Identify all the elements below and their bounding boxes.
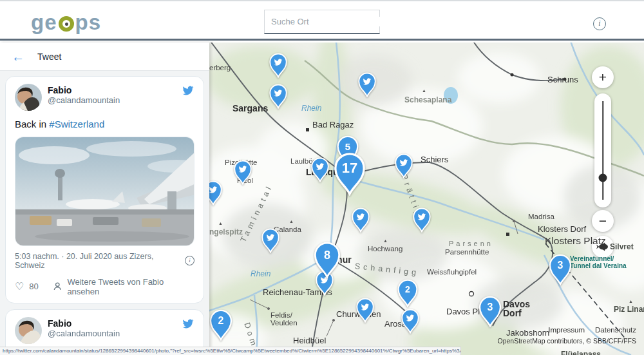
zoom-slider[interactable] [594, 93, 611, 207]
more-tweets-link[interactable]: Weitere Tweets von Fabio ansehen [67, 277, 194, 296]
impressum-link[interactable]: Impressum [548, 326, 585, 334]
logo-text-right: ps [75, 10, 102, 35]
cluster-count: 3 [548, 258, 573, 274]
cluster-count: 2 [397, 282, 419, 296]
back-arrow-icon[interactable]: ← [12, 50, 24, 63]
twitter-icon[interactable] [182, 85, 194, 96]
tweet-pin-marker[interactable] [401, 309, 420, 334]
like-icon[interactable]: ♡ [15, 280, 24, 293]
tweet-pin-marker[interactable] [355, 298, 375, 323]
osm-attribution: OpenStreetMap contributors, © SBB/CFF/FF… [498, 337, 636, 345]
logo-text-left: ge [31, 10, 57, 35]
tweet-text: Back in #Switzerland [15, 118, 194, 131]
geops-logo[interactable]: geps [31, 10, 101, 35]
info-icon[interactable]: i [593, 17, 606, 30]
cluster-marker[interactable]: 2 [209, 309, 233, 341]
cluster-marker[interactable]: 3 [548, 254, 573, 285]
twitter-icon[interactable] [182, 318, 194, 329]
cluster-marker[interactable]: 3 [478, 296, 502, 327]
tweet-handle[interactable]: @calandamountain [48, 329, 176, 338]
tweet-info-icon[interactable]: i [185, 256, 194, 265]
tweet-pin-marker[interactable] [233, 160, 252, 185]
tweet-list: Fabio @calandamountain Back in #Switzerl… [0, 71, 209, 355]
tweet-pin-marker[interactable] [209, 180, 223, 206]
link-status-bar: https://twitter.com/calandamountain/stat… [0, 347, 461, 355]
cluster-marker[interactable]: 8 [313, 242, 341, 278]
tweet-pin-marker[interactable] [269, 53, 288, 78]
map-footer-links: Impressum Datenschutz [548, 326, 636, 334]
cluster-marker[interactable]: 2 [397, 279, 419, 307]
tweet-card[interactable]: Fabio @calandamountain Back in #Switzerl… [5, 76, 204, 303]
fish-icon [596, 242, 609, 251]
panel-title: Tweet [37, 52, 61, 62]
tweet-pin-marker[interactable] [269, 84, 288, 109]
tweet-author[interactable]: Fabio [48, 85, 176, 95]
logo-o-icon [59, 16, 74, 32]
search-input[interactable] [271, 17, 384, 26]
tweet-timestamp: 5:03 nachm. · 20. Juli 2020 aus Zizers, … [15, 252, 185, 270]
tweet-pin-marker[interactable] [310, 157, 330, 182]
zoom-slider-track [602, 101, 603, 200]
like-count: 80 [29, 282, 38, 291]
cluster-marker[interactable]: 17 [333, 152, 366, 196]
tweet-author[interactable]: Fabio [48, 318, 176, 329]
zoom-out-button[interactable]: − [592, 210, 614, 232]
datenschutz-link[interactable]: Datenschutz [595, 326, 636, 334]
tweet-photo-airport[interactable] [15, 137, 194, 246]
app-header: geps i [0, 0, 644, 41]
cluster-count: 2 [209, 313, 233, 329]
tweet-pin-marker[interactable] [357, 72, 377, 97]
place-search [264, 10, 380, 34]
cluster-count: 17 [333, 157, 366, 179]
cluster-count: 8 [313, 246, 341, 265]
cluster-count: 3 [478, 300, 502, 316]
tweet-pin-marker[interactable] [412, 207, 431, 233]
zoom-slider-handle[interactable] [599, 174, 607, 182]
tweet-handle[interactable]: @calandamountain [48, 95, 176, 105]
avatar[interactable] [15, 84, 42, 111]
fish-layer-button[interactable] [592, 236, 614, 258]
zoom-in-button[interactable]: + [592, 66, 614, 88]
tweet-pin-marker[interactable] [261, 228, 280, 253]
tweet-pin-marker[interactable] [394, 153, 413, 178]
tweet-panel: ← Tweet Fabio @calandamountain [0, 43, 209, 355]
panel-header: ← Tweet [0, 43, 209, 71]
avatar[interactable] [15, 317, 42, 344]
tweet-pin-marker[interactable] [351, 207, 370, 233]
hashtag-link[interactable]: #Switzerland [49, 119, 104, 130]
person-icon [53, 282, 62, 291]
map[interactable]: + − Impressum Datenschutz OpenStreetMap … [209, 43, 644, 355]
